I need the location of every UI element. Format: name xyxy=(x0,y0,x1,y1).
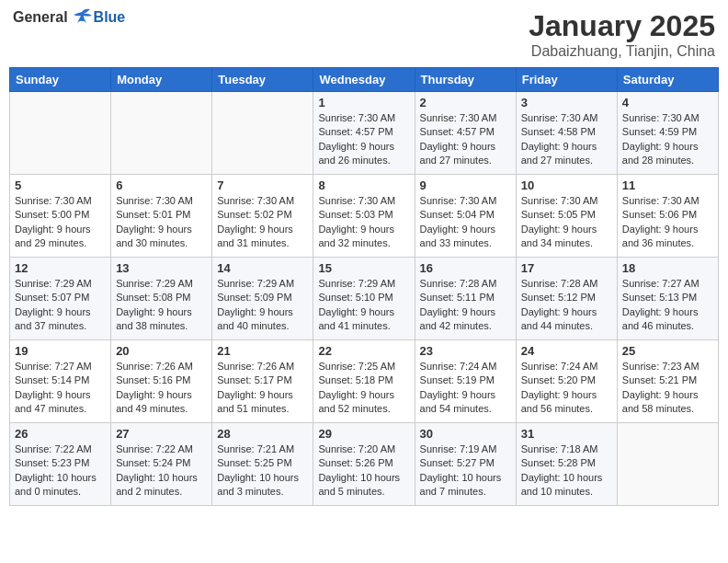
calendar-cell: 1Sunrise: 7:30 AM Sunset: 4:57 PM Daylig… xyxy=(313,92,415,175)
day-number: 12 xyxy=(15,261,106,275)
calendar-cell: 18Sunrise: 7:27 AM Sunset: 5:13 PM Dayli… xyxy=(617,258,718,340)
calendar-cell: 20Sunrise: 7:26 AM Sunset: 5:16 PM Dayli… xyxy=(111,340,212,423)
calendar-cell: 27Sunrise: 7:22 AM Sunset: 5:24 PM Dayli… xyxy=(111,423,212,506)
day-info: Sunrise: 7:30 AM Sunset: 4:59 PM Dayligh… xyxy=(622,111,713,168)
day-number: 27 xyxy=(116,427,207,441)
calendar-cell: 2Sunrise: 7:30 AM Sunset: 4:57 PM Daylig… xyxy=(415,92,516,175)
day-number: 10 xyxy=(521,178,612,192)
day-info: Sunrise: 7:22 AM Sunset: 5:23 PM Dayligh… xyxy=(15,442,106,500)
day-number: 4 xyxy=(622,96,713,109)
calendar-cell: 23Sunrise: 7:24 AM Sunset: 5:19 PM Dayli… xyxy=(415,340,516,423)
calendar-cell: 12Sunrise: 7:29 AM Sunset: 5:07 PM Dayli… xyxy=(10,258,111,340)
day-info: Sunrise: 7:30 AM Sunset: 5:05 PM Dayligh… xyxy=(521,194,612,251)
day-info: Sunrise: 7:28 AM Sunset: 5:12 PM Dayligh… xyxy=(521,277,612,334)
day-number: 15 xyxy=(318,261,409,275)
calendar-cell: 30Sunrise: 7:19 AM Sunset: 5:27 PM Dayli… xyxy=(415,423,516,506)
day-info: Sunrise: 7:27 AM Sunset: 5:13 PM Dayligh… xyxy=(622,277,713,334)
month-title: January 2025 xyxy=(529,9,715,43)
calendar-cell: 5Sunrise: 7:30 AM Sunset: 5:00 PM Daylig… xyxy=(10,175,111,258)
logo-blue-text: Blue xyxy=(94,9,126,26)
day-info: Sunrise: 7:30 AM Sunset: 5:00 PM Dayligh… xyxy=(15,194,106,251)
logo-general-text: General xyxy=(13,9,68,26)
weekday-header-wednesday: Wednesday xyxy=(313,68,415,92)
day-number: 25 xyxy=(622,344,713,358)
title-block: January 2025 Dabaizhuang, Tianjin, China xyxy=(529,9,715,60)
calendar-cell: 14Sunrise: 7:29 AM Sunset: 5:09 PM Dayli… xyxy=(212,258,313,340)
day-number: 6 xyxy=(116,178,207,192)
logo: General Blue xyxy=(13,9,125,26)
calendar-cell: 31Sunrise: 7:18 AM Sunset: 5:28 PM Dayli… xyxy=(516,423,617,506)
logo-bird-icon xyxy=(72,8,92,25)
day-info: Sunrise: 7:29 AM Sunset: 5:09 PM Dayligh… xyxy=(217,277,308,334)
day-number: 26 xyxy=(15,427,106,441)
calendar-cell: 16Sunrise: 7:28 AM Sunset: 5:11 PM Dayli… xyxy=(415,258,516,340)
day-info: Sunrise: 7:30 AM Sunset: 5:04 PM Dayligh… xyxy=(420,194,511,251)
calendar-cell xyxy=(10,92,111,175)
calendar-cell: 9Sunrise: 7:30 AM Sunset: 5:04 PM Daylig… xyxy=(415,175,516,258)
calendar-cell: 21Sunrise: 7:26 AM Sunset: 5:17 PM Dayli… xyxy=(212,340,313,423)
day-number: 31 xyxy=(521,427,612,441)
week-row-3: 19Sunrise: 7:27 AM Sunset: 5:14 PM Dayli… xyxy=(10,340,719,423)
weekday-header-tuesday: Tuesday xyxy=(212,68,313,92)
day-number: 5 xyxy=(15,178,106,192)
day-number: 9 xyxy=(420,178,511,192)
day-info: Sunrise: 7:19 AM Sunset: 5:27 PM Dayligh… xyxy=(420,442,511,500)
day-info: Sunrise: 7:23 AM Sunset: 5:21 PM Dayligh… xyxy=(622,360,713,417)
day-number: 14 xyxy=(217,261,308,275)
page-header: General Blue January 2025 Dabaizhuang, T… xyxy=(9,9,719,60)
day-info: Sunrise: 7:30 AM Sunset: 4:58 PM Dayligh… xyxy=(521,111,612,168)
calendar-cell: 17Sunrise: 7:28 AM Sunset: 5:12 PM Dayli… xyxy=(516,258,617,340)
day-number: 1 xyxy=(318,96,409,109)
calendar-cell xyxy=(111,92,212,175)
day-number: 18 xyxy=(622,261,713,275)
day-number: 17 xyxy=(521,261,612,275)
weekday-header-row: SundayMondayTuesdayWednesdayThursdayFrid… xyxy=(10,68,719,92)
day-info: Sunrise: 7:24 AM Sunset: 5:20 PM Dayligh… xyxy=(521,360,612,417)
calendar-cell: 4Sunrise: 7:30 AM Sunset: 4:59 PM Daylig… xyxy=(617,92,718,175)
calendar-cell: 26Sunrise: 7:22 AM Sunset: 5:23 PM Dayli… xyxy=(10,423,111,506)
day-info: Sunrise: 7:20 AM Sunset: 5:26 PM Dayligh… xyxy=(318,442,409,500)
day-info: Sunrise: 7:22 AM Sunset: 5:24 PM Dayligh… xyxy=(116,442,207,500)
day-info: Sunrise: 7:25 AM Sunset: 5:18 PM Dayligh… xyxy=(318,360,409,417)
day-number: 11 xyxy=(622,178,713,192)
day-info: Sunrise: 7:30 AM Sunset: 5:06 PM Dayligh… xyxy=(622,194,713,251)
day-info: Sunrise: 7:27 AM Sunset: 5:14 PM Dayligh… xyxy=(15,360,106,417)
day-info: Sunrise: 7:30 AM Sunset: 5:03 PM Dayligh… xyxy=(318,194,409,251)
calendar-cell: 6Sunrise: 7:30 AM Sunset: 5:01 PM Daylig… xyxy=(111,175,212,258)
weekday-header-monday: Monday xyxy=(111,68,212,92)
day-info: Sunrise: 7:18 AM Sunset: 5:28 PM Dayligh… xyxy=(521,442,612,500)
day-info: Sunrise: 7:30 AM Sunset: 5:02 PM Dayligh… xyxy=(217,194,308,251)
calendar-cell: 7Sunrise: 7:30 AM Sunset: 5:02 PM Daylig… xyxy=(212,175,313,258)
day-info: Sunrise: 7:30 AM Sunset: 5:01 PM Dayligh… xyxy=(116,194,207,251)
day-info: Sunrise: 7:24 AM Sunset: 5:19 PM Dayligh… xyxy=(420,360,511,417)
day-number: 22 xyxy=(318,344,409,358)
day-info: Sunrise: 7:26 AM Sunset: 5:16 PM Dayligh… xyxy=(116,360,207,417)
day-info: Sunrise: 7:21 AM Sunset: 5:25 PM Dayligh… xyxy=(217,442,308,500)
calendar-cell: 22Sunrise: 7:25 AM Sunset: 5:18 PM Dayli… xyxy=(313,340,415,423)
day-number: 7 xyxy=(217,178,308,192)
calendar-cell: 24Sunrise: 7:24 AM Sunset: 5:20 PM Dayli… xyxy=(516,340,617,423)
calendar-cell: 13Sunrise: 7:29 AM Sunset: 5:08 PM Dayli… xyxy=(111,258,212,340)
calendar-cell: 15Sunrise: 7:29 AM Sunset: 5:10 PM Dayli… xyxy=(313,258,415,340)
calendar-cell: 28Sunrise: 7:21 AM Sunset: 5:25 PM Dayli… xyxy=(212,423,313,506)
day-number: 2 xyxy=(420,96,511,109)
week-row-1: 5Sunrise: 7:30 AM Sunset: 5:00 PM Daylig… xyxy=(10,175,719,258)
day-info: Sunrise: 7:29 AM Sunset: 5:07 PM Dayligh… xyxy=(15,277,106,334)
week-row-0: 1Sunrise: 7:30 AM Sunset: 4:57 PM Daylig… xyxy=(10,92,719,175)
day-number: 23 xyxy=(420,344,511,358)
calendar-cell: 19Sunrise: 7:27 AM Sunset: 5:14 PM Dayli… xyxy=(10,340,111,423)
day-number: 3 xyxy=(521,96,612,109)
weekday-header-saturday: Saturday xyxy=(617,68,718,92)
day-info: Sunrise: 7:30 AM Sunset: 4:57 PM Dayligh… xyxy=(318,111,409,168)
day-number: 16 xyxy=(420,261,511,275)
week-row-2: 12Sunrise: 7:29 AM Sunset: 5:07 PM Dayli… xyxy=(10,258,719,340)
day-number: 19 xyxy=(15,344,106,358)
calendar-cell: 3Sunrise: 7:30 AM Sunset: 4:58 PM Daylig… xyxy=(516,92,617,175)
day-number: 20 xyxy=(116,344,207,358)
day-info: Sunrise: 7:26 AM Sunset: 5:17 PM Dayligh… xyxy=(217,360,308,417)
day-number: 21 xyxy=(217,344,308,358)
weekday-header-sunday: Sunday xyxy=(10,68,111,92)
calendar-cell: 25Sunrise: 7:23 AM Sunset: 5:21 PM Dayli… xyxy=(617,340,718,423)
day-number: 13 xyxy=(116,261,207,275)
weekday-header-friday: Friday xyxy=(516,68,617,92)
